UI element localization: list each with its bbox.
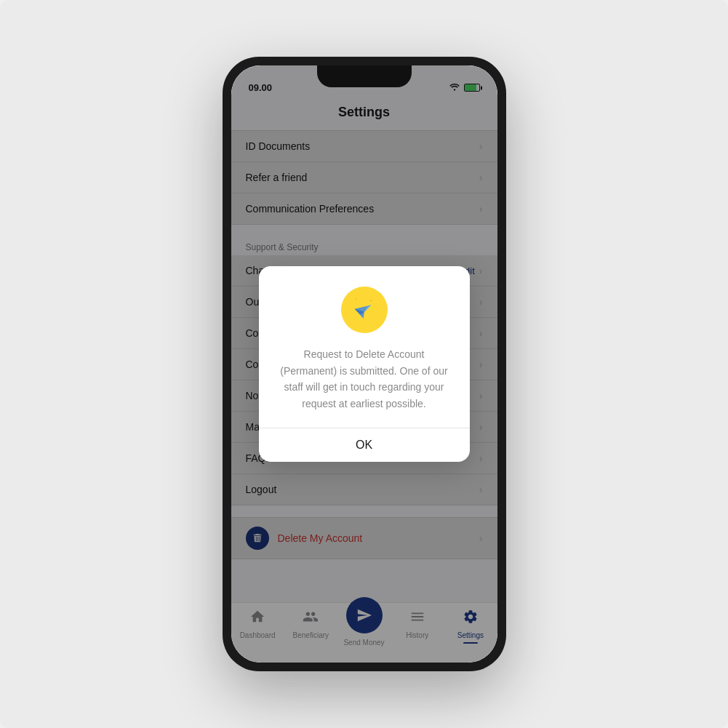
- modal-card: ✦ ✦ ★ Request to Delete Account (Permane…: [259, 266, 470, 461]
- phone-frame: 09.00 Settings: [223, 57, 506, 671]
- page-background: 09.00 Settings: [0, 0, 728, 728]
- modal-message: Request to Delete Account (Permanent) is…: [276, 346, 452, 412]
- modal-icon-wrap: ✦ ✦ ★: [276, 287, 452, 333]
- modal-overlay: ✦ ✦ ★ Request to Delete Account (Permane…: [231, 65, 497, 663]
- svg-text:✦: ✦: [369, 299, 372, 303]
- modal-paper-plane-icon: ✦ ✦ ★: [341, 287, 388, 333]
- svg-text:✦: ✦: [354, 297, 357, 301]
- modal-ok-button[interactable]: OK: [259, 428, 470, 462]
- svg-text:★: ★: [371, 311, 373, 313]
- phone-screen: 09.00 Settings: [231, 65, 497, 663]
